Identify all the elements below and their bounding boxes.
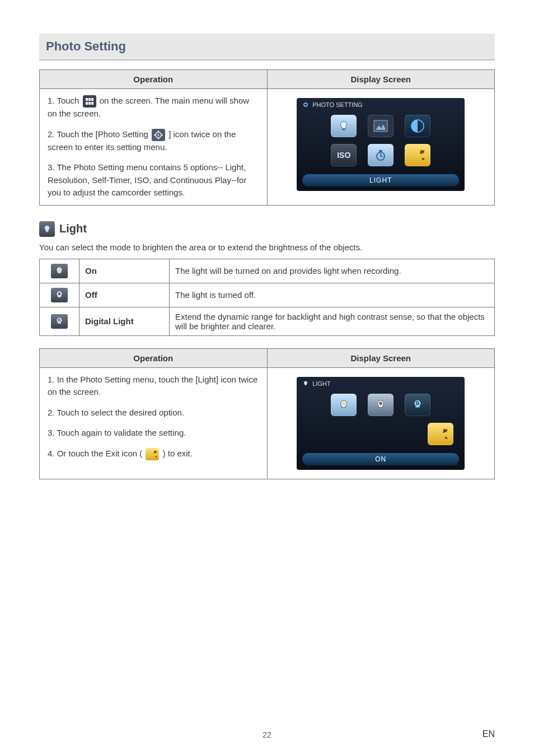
t2-step3: 3. Touch again to validate the setting.	[48, 427, 259, 440]
t2-step2: 2. Touch to select the desired option.	[48, 407, 259, 419]
col-operation-header-2: Operation	[40, 348, 268, 367]
svg-rect-2	[88, 98, 91, 101]
t2-step4: 4. Or touch the Exit icon ( ) to exit.	[48, 447, 259, 460]
resolution-tile[interactable]	[368, 115, 394, 137]
svg-point-25	[58, 292, 61, 295]
photo-setting-table: Operation Display Screen 1. Touch on the	[39, 69, 495, 206]
digital-light-icon: D	[51, 314, 68, 329]
svg-text:D: D	[416, 401, 419, 406]
light-screen: LIGHT D	[297, 377, 465, 470]
screen2-bottom-bar: ON	[302, 453, 459, 465]
on-label: On	[79, 259, 170, 283]
subheading-text: Light	[59, 222, 87, 235]
light-on-tile[interactable]	[331, 394, 357, 416]
svg-rect-14	[343, 129, 346, 130]
t2-step1: 1. In the Photo Setting menu, touch the …	[48, 374, 259, 399]
step3: 3. The Photo Setting menu contains 5 opt…	[48, 161, 259, 199]
step2-text-a: 2. Touch the [Photo Setting	[48, 129, 151, 139]
svg-rect-3	[91, 98, 93, 101]
svg-rect-5	[88, 102, 91, 105]
operation-cell: 1. Touch on the screen. The main menu wi…	[40, 89, 268, 206]
exit-tile[interactable]	[405, 144, 430, 166]
iso-tile[interactable]: ISO	[331, 144, 357, 166]
screen1-title: PHOTO SETTING	[312, 101, 363, 108]
digital-label: Digital Light	[79, 307, 170, 335]
digital-desc: Extend the dynamic range for backlight a…	[170, 307, 495, 335]
svg-point-8	[158, 134, 160, 136]
on-icon-cell	[40, 259, 79, 283]
digital-icon-cell: D	[40, 307, 79, 335]
col-operation-header: Operation	[40, 70, 268, 89]
photo-setting-icon	[152, 129, 165, 141]
col-display-header-2: Display Screen	[267, 348, 495, 367]
svg-rect-4	[86, 102, 88, 105]
self-timer-tile[interactable]	[368, 144, 394, 166]
t2-step4-a: 4. Or touch the Exit icon (	[48, 449, 144, 458]
digital-light-tile[interactable]: D	[405, 394, 430, 416]
bulb-icon	[39, 221, 55, 237]
exit-tile-2[interactable]	[428, 423, 453, 445]
off-desc: The light is turned off.	[170, 283, 495, 307]
off-label: Off	[79, 283, 170, 307]
col-display-header: Display Screen	[267, 70, 495, 89]
svg-rect-23	[46, 231, 48, 232]
bulb-small-icon	[302, 380, 309, 387]
light-options-table: On The light will be turned on and provi…	[39, 259, 495, 336]
screen1-bottom-bar: LIGHT	[302, 174, 459, 186]
step1: 1. Touch on the screen. The main menu wi…	[48, 95, 259, 120]
svg-point-29	[380, 402, 383, 405]
light-off-tile[interactable]	[368, 394, 394, 416]
page-number: 22	[0, 730, 534, 739]
light-off-icon	[51, 288, 68, 302]
t2-step4-b: ) to exit.	[163, 449, 193, 458]
menu-grid-icon	[83, 95, 96, 108]
display-cell-1: PHOTO SETTING ISO	[267, 89, 495, 206]
svg-point-24	[58, 268, 61, 271]
lang-label: EN	[483, 729, 495, 739]
light-operation-table: Operation Display Screen 1. In the Photo…	[39, 348, 495, 479]
light-on-icon	[51, 264, 68, 278]
light-subheading: Light	[39, 221, 495, 237]
wb-tile[interactable]	[405, 115, 430, 137]
svg-rect-6	[91, 102, 93, 105]
operation-cell-2: 1. In the Photo Setting menu, touch the …	[40, 367, 268, 479]
off-icon-cell	[40, 283, 79, 307]
svg-text:D: D	[58, 318, 61, 322]
section-title: Photo Setting	[39, 34, 495, 60]
svg-rect-1	[86, 98, 88, 101]
exit-icon	[146, 448, 159, 460]
step1-text-a: 1. Touch	[48, 96, 82, 105]
photo-setting-screen: PHOTO SETTING ISO	[297, 98, 465, 191]
on-desc: The light will be turned on and provides…	[170, 259, 495, 283]
svg-point-13	[304, 103, 307, 106]
gear-icon	[302, 101, 309, 108]
intro-text: You can select the mode to brighten the …	[39, 242, 495, 252]
light-tile[interactable]	[331, 115, 357, 137]
svg-point-28	[343, 402, 346, 405]
svg-rect-21	[379, 150, 382, 152]
step2: 2. Touch the [Photo Setting ] icon twice…	[48, 128, 259, 154]
display-cell-2: LIGHT D	[267, 367, 495, 479]
screen2-title: LIGHT	[312, 380, 330, 387]
